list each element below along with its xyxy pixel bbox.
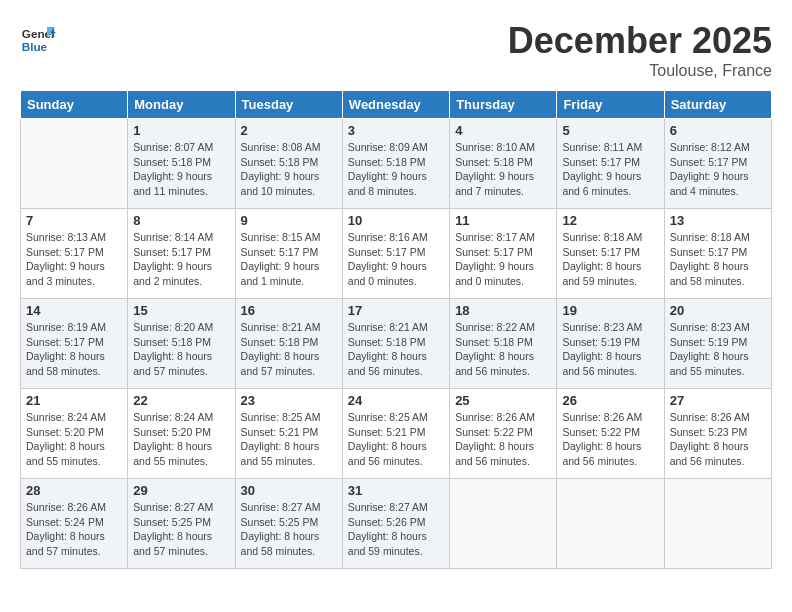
day-number: 26 xyxy=(562,393,658,408)
day-info: Sunrise: 8:23 AMSunset: 5:19 PMDaylight:… xyxy=(562,320,658,379)
calendar-cell: 15Sunrise: 8:20 AMSunset: 5:18 PMDayligh… xyxy=(128,299,235,389)
month-title: December 2025 xyxy=(508,20,772,62)
day-info: Sunrise: 8:27 AMSunset: 5:26 PMDaylight:… xyxy=(348,500,444,559)
day-info: Sunrise: 8:26 AMSunset: 5:23 PMDaylight:… xyxy=(670,410,766,469)
calendar-table: SundayMondayTuesdayWednesdayThursdayFrid… xyxy=(20,90,772,569)
day-info: Sunrise: 8:15 AMSunset: 5:17 PMDaylight:… xyxy=(241,230,337,289)
calendar-week-row: 1Sunrise: 8:07 AMSunset: 5:18 PMDaylight… xyxy=(21,119,772,209)
calendar-cell: 9Sunrise: 8:15 AMSunset: 5:17 PMDaylight… xyxy=(235,209,342,299)
day-info: Sunrise: 8:16 AMSunset: 5:17 PMDaylight:… xyxy=(348,230,444,289)
location: Toulouse, France xyxy=(508,62,772,80)
column-header-monday: Monday xyxy=(128,91,235,119)
page-header: General Blue December 2025 Toulouse, Fra… xyxy=(20,20,772,80)
day-info: Sunrise: 8:20 AMSunset: 5:18 PMDaylight:… xyxy=(133,320,229,379)
day-number: 30 xyxy=(241,483,337,498)
day-info: Sunrise: 8:26 AMSunset: 5:24 PMDaylight:… xyxy=(26,500,122,559)
calendar-cell: 16Sunrise: 8:21 AMSunset: 5:18 PMDayligh… xyxy=(235,299,342,389)
day-number: 21 xyxy=(26,393,122,408)
day-number: 8 xyxy=(133,213,229,228)
calendar-cell: 2Sunrise: 8:08 AMSunset: 5:18 PMDaylight… xyxy=(235,119,342,209)
column-header-sunday: Sunday xyxy=(21,91,128,119)
day-number: 27 xyxy=(670,393,766,408)
day-info: Sunrise: 8:26 AMSunset: 5:22 PMDaylight:… xyxy=(562,410,658,469)
day-info: Sunrise: 8:23 AMSunset: 5:19 PMDaylight:… xyxy=(670,320,766,379)
day-number: 12 xyxy=(562,213,658,228)
calendar-cell: 26Sunrise: 8:26 AMSunset: 5:22 PMDayligh… xyxy=(557,389,664,479)
day-info: Sunrise: 8:25 AMSunset: 5:21 PMDaylight:… xyxy=(241,410,337,469)
calendar-header-row: SundayMondayTuesdayWednesdayThursdayFrid… xyxy=(21,91,772,119)
column-header-wednesday: Wednesday xyxy=(342,91,449,119)
day-number: 25 xyxy=(455,393,551,408)
svg-text:Blue: Blue xyxy=(22,40,48,53)
day-info: Sunrise: 8:27 AMSunset: 5:25 PMDaylight:… xyxy=(133,500,229,559)
calendar-cell: 7Sunrise: 8:13 AMSunset: 5:17 PMDaylight… xyxy=(21,209,128,299)
day-number: 29 xyxy=(133,483,229,498)
calendar-cell: 20Sunrise: 8:23 AMSunset: 5:19 PMDayligh… xyxy=(664,299,771,389)
logo-icon: General Blue xyxy=(20,20,56,56)
calendar-cell: 5Sunrise: 8:11 AMSunset: 5:17 PMDaylight… xyxy=(557,119,664,209)
calendar-cell: 18Sunrise: 8:22 AMSunset: 5:18 PMDayligh… xyxy=(450,299,557,389)
calendar-cell: 29Sunrise: 8:27 AMSunset: 5:25 PMDayligh… xyxy=(128,479,235,569)
day-number: 14 xyxy=(26,303,122,318)
calendar-week-row: 7Sunrise: 8:13 AMSunset: 5:17 PMDaylight… xyxy=(21,209,772,299)
calendar-cell: 4Sunrise: 8:10 AMSunset: 5:18 PMDaylight… xyxy=(450,119,557,209)
calendar-cell: 11Sunrise: 8:17 AMSunset: 5:17 PMDayligh… xyxy=(450,209,557,299)
day-info: Sunrise: 8:24 AMSunset: 5:20 PMDaylight:… xyxy=(133,410,229,469)
calendar-cell: 24Sunrise: 8:25 AMSunset: 5:21 PMDayligh… xyxy=(342,389,449,479)
calendar-cell xyxy=(21,119,128,209)
calendar-cell: 31Sunrise: 8:27 AMSunset: 5:26 PMDayligh… xyxy=(342,479,449,569)
day-info: Sunrise: 8:13 AMSunset: 5:17 PMDaylight:… xyxy=(26,230,122,289)
calendar-cell: 30Sunrise: 8:27 AMSunset: 5:25 PMDayligh… xyxy=(235,479,342,569)
day-number: 11 xyxy=(455,213,551,228)
calendar-cell: 27Sunrise: 8:26 AMSunset: 5:23 PMDayligh… xyxy=(664,389,771,479)
day-number: 23 xyxy=(241,393,337,408)
calendar-cell: 10Sunrise: 8:16 AMSunset: 5:17 PMDayligh… xyxy=(342,209,449,299)
day-info: Sunrise: 8:18 AMSunset: 5:17 PMDaylight:… xyxy=(670,230,766,289)
day-info: Sunrise: 8:11 AMSunset: 5:17 PMDaylight:… xyxy=(562,140,658,199)
calendar-cell: 14Sunrise: 8:19 AMSunset: 5:17 PMDayligh… xyxy=(21,299,128,389)
day-number: 31 xyxy=(348,483,444,498)
column-header-friday: Friday xyxy=(557,91,664,119)
calendar-cell: 23Sunrise: 8:25 AMSunset: 5:21 PMDayligh… xyxy=(235,389,342,479)
calendar-cell: 17Sunrise: 8:21 AMSunset: 5:18 PMDayligh… xyxy=(342,299,449,389)
calendar-week-row: 28Sunrise: 8:26 AMSunset: 5:24 PMDayligh… xyxy=(21,479,772,569)
calendar-cell xyxy=(557,479,664,569)
day-number: 17 xyxy=(348,303,444,318)
day-number: 20 xyxy=(670,303,766,318)
column-header-saturday: Saturday xyxy=(664,91,771,119)
day-info: Sunrise: 8:18 AMSunset: 5:17 PMDaylight:… xyxy=(562,230,658,289)
calendar-cell: 28Sunrise: 8:26 AMSunset: 5:24 PMDayligh… xyxy=(21,479,128,569)
day-info: Sunrise: 8:10 AMSunset: 5:18 PMDaylight:… xyxy=(455,140,551,199)
calendar-cell: 1Sunrise: 8:07 AMSunset: 5:18 PMDaylight… xyxy=(128,119,235,209)
day-info: Sunrise: 8:26 AMSunset: 5:22 PMDaylight:… xyxy=(455,410,551,469)
calendar-cell xyxy=(664,479,771,569)
column-header-tuesday: Tuesday xyxy=(235,91,342,119)
day-info: Sunrise: 8:24 AMSunset: 5:20 PMDaylight:… xyxy=(26,410,122,469)
calendar-cell: 21Sunrise: 8:24 AMSunset: 5:20 PMDayligh… xyxy=(21,389,128,479)
day-info: Sunrise: 8:25 AMSunset: 5:21 PMDaylight:… xyxy=(348,410,444,469)
day-info: Sunrise: 8:09 AMSunset: 5:18 PMDaylight:… xyxy=(348,140,444,199)
day-number: 13 xyxy=(670,213,766,228)
day-number: 15 xyxy=(133,303,229,318)
day-number: 19 xyxy=(562,303,658,318)
day-info: Sunrise: 8:14 AMSunset: 5:17 PMDaylight:… xyxy=(133,230,229,289)
calendar-week-row: 14Sunrise: 8:19 AMSunset: 5:17 PMDayligh… xyxy=(21,299,772,389)
calendar-cell: 3Sunrise: 8:09 AMSunset: 5:18 PMDaylight… xyxy=(342,119,449,209)
day-number: 5 xyxy=(562,123,658,138)
day-number: 9 xyxy=(241,213,337,228)
day-info: Sunrise: 8:21 AMSunset: 5:18 PMDaylight:… xyxy=(241,320,337,379)
title-area: December 2025 Toulouse, France xyxy=(508,20,772,80)
calendar-cell: 6Sunrise: 8:12 AMSunset: 5:17 PMDaylight… xyxy=(664,119,771,209)
day-info: Sunrise: 8:12 AMSunset: 5:17 PMDaylight:… xyxy=(670,140,766,199)
day-number: 4 xyxy=(455,123,551,138)
day-number: 22 xyxy=(133,393,229,408)
day-info: Sunrise: 8:08 AMSunset: 5:18 PMDaylight:… xyxy=(241,140,337,199)
logo: General Blue xyxy=(20,20,56,56)
calendar-cell: 8Sunrise: 8:14 AMSunset: 5:17 PMDaylight… xyxy=(128,209,235,299)
calendar-cell: 13Sunrise: 8:18 AMSunset: 5:17 PMDayligh… xyxy=(664,209,771,299)
day-number: 18 xyxy=(455,303,551,318)
day-number: 7 xyxy=(26,213,122,228)
day-info: Sunrise: 8:22 AMSunset: 5:18 PMDaylight:… xyxy=(455,320,551,379)
day-number: 1 xyxy=(133,123,229,138)
day-number: 10 xyxy=(348,213,444,228)
